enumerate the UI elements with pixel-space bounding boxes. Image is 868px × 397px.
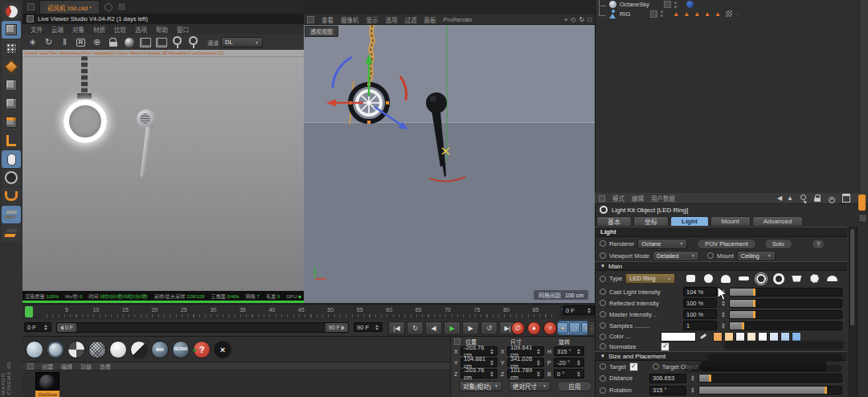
color-chip[interactable]: [724, 332, 734, 342]
softbox-icon[interactable]: [683, 273, 698, 284]
menu-item[interactable]: 显示: [366, 15, 379, 24]
slider-track[interactable]: [729, 299, 842, 308]
param-dot-icon[interactable]: [600, 387, 606, 394]
section-header-light[interactable]: Light: [595, 227, 847, 237]
sky-tag-icon[interactable]: [686, 1, 694, 8]
keyframe-options-button[interactable]: ?: [543, 321, 557, 335]
viewport-menu-icon[interactable]: [307, 16, 314, 23]
round-softbox-icon[interactable]: [701, 273, 715, 284]
pos-z-field[interactable]: -203.76 cm: [461, 369, 497, 379]
stepper[interactable]: [575, 346, 581, 356]
param-dot-icon[interactable]: [600, 363, 606, 370]
visibility-square-icon[interactable]: [650, 10, 657, 18]
slider-value-field[interactable]: 1: [683, 321, 717, 330]
menu-item[interactable]: 比较: [114, 25, 126, 34]
param-dot-icon[interactable]: [600, 300, 606, 306]
attribute-tab[interactable]: Light: [670, 216, 709, 227]
timeline-ruler[interactable]: 51015202530354045505560657075808590: [23, 304, 559, 321]
channel-dropdown[interactable]: DL ▼: [221, 37, 263, 47]
stepper[interactable]: [575, 369, 581, 379]
live-viewer-icon[interactable]: [2, 2, 21, 20]
autokey-button[interactable]: ♦: [527, 321, 541, 335]
range-start-grip[interactable]: 0 F: [57, 323, 76, 332]
section-header-main[interactable]: ▼ Main: [595, 261, 847, 271]
menu-item[interactable]: 查看: [321, 15, 334, 24]
expression-tag-icon[interactable]: ▲: [683, 10, 690, 18]
prev-frame-button[interactable]: ◀: [425, 321, 442, 335]
normalize-checkbox[interactable]: ✓: [661, 342, 669, 351]
pan-view-icon[interactable]: +: [564, 16, 568, 23]
repeat-button[interactable]: ↺: [481, 321, 497, 335]
coords-menu-icon[interactable]: [454, 338, 461, 345]
color-chip[interactable]: [735, 332, 745, 342]
snap-s-icon[interactable]: [2, 169, 21, 186]
stepper[interactable]: [536, 369, 541, 379]
attribute-tab[interactable]: Advanced: [752, 216, 804, 227]
dither-tag-icon[interactable]: [726, 10, 732, 17]
object-name[interactable]: OctaneSky: [620, 1, 649, 8]
disc-light-icon[interactable]: [807, 273, 821, 284]
led-ring-icon[interactable]: [754, 273, 768, 284]
texture-mode-icon[interactable]: [2, 58, 21, 76]
material-split[interactable]: [130, 341, 148, 358]
render-sphere-icon[interactable]: [122, 36, 136, 49]
size-z-field[interactable]: 101.789 cm: [507, 369, 544, 379]
loop-button[interactable]: ↻: [407, 321, 424, 335]
expression-tag-icon[interactable]: ▲: [694, 10, 700, 18]
lock-icon[interactable]: [106, 36, 120, 49]
attribute-scrollbar-thumb[interactable]: [850, 229, 854, 325]
menu-item[interactable]: 文件: [31, 25, 43, 34]
tab-close-icon[interactable]: [104, 3, 113, 11]
octane-material[interactable]: ?: [193, 341, 211, 358]
layers-lock-icon[interactable]: [2, 206, 21, 223]
param-dot-icon[interactable]: [707, 252, 714, 259]
goto-start-button[interactable]: |◀: [388, 321, 405, 335]
menu-item[interactable]: 摄像机: [341, 15, 359, 24]
mount-dropdown[interactable]: Ceiling▼: [737, 251, 776, 261]
new-tab-icon[interactable]: [117, 2, 126, 11]
type-dropdown[interactable]: LED Ring▼: [625, 273, 675, 284]
solo-button[interactable]: Solo: [764, 239, 792, 249]
history-up-icon[interactable]: ▲: [787, 194, 793, 202]
stepper[interactable]: [536, 346, 541, 356]
polygons-mode-icon[interactable]: [2, 95, 21, 113]
history-back-icon[interactable]: ◀: [777, 194, 782, 202]
slider-track[interactable]: [729, 310, 842, 319]
object-manager-scrollbar[interactable]: [859, 0, 868, 193]
settings-star-icon[interactable]: ∗: [26, 36, 39, 49]
workplane-icon[interactable]: [2, 224, 21, 242]
menu-item[interactable]: 云端: [51, 25, 63, 34]
document-tab[interactable]: 初风机 XM.c4d *: [39, 0, 100, 14]
slider-stepper[interactable]: [720, 321, 726, 330]
slider-stepper[interactable]: [720, 309, 726, 319]
param-dot-icon[interactable]: [600, 252, 606, 259]
rotation-field[interactable]: 315 °: [649, 386, 686, 395]
material-white[interactable]: [109, 341, 127, 358]
pin-icon[interactable]: [170, 36, 184, 49]
half-dome-icon[interactable]: [825, 273, 839, 284]
mouse-tool-icon[interactable]: [2, 150, 21, 168]
end-frame-field[interactable]: 90 F: [354, 322, 383, 332]
param-dot-icon[interactable]: [600, 240, 606, 247]
toggle-view-icon[interactable]: □: [588, 16, 592, 23]
layout-tab-orange[interactable]: [858, 194, 866, 211]
layout-tab-gray[interactable]: [858, 214, 867, 223]
panel-icon[interactable]: [841, 194, 851, 203]
slider-value-field[interactable]: 100 %: [683, 309, 717, 319]
stepper[interactable]: [489, 369, 494, 379]
stepper[interactable]: [489, 358, 494, 367]
key-scale-toggle[interactable]: □: [569, 322, 580, 334]
refresh-icon[interactable]: ↻: [42, 36, 55, 49]
expression-tag-icon[interactable]: ▲: [714, 10, 721, 18]
color-chip[interactable]: [758, 332, 768, 342]
renderer-dropdown[interactable]: Octane▼: [637, 239, 687, 249]
color-swatch[interactable]: [661, 332, 696, 342]
rotation-stepper[interactable]: [690, 386, 695, 395]
object-row-octanesky[interactable]: OctaneSky: [596, 0, 868, 9]
bar-light-icon[interactable]: [736, 273, 751, 284]
color-chip[interactable]: [713, 332, 723, 342]
slider-track[interactable]: [729, 321, 842, 330]
menu-item[interactable]: 查看: [100, 362, 111, 370]
material-mix[interactable]: MIX: [151, 341, 169, 358]
picture-frame2-icon[interactable]: [154, 36, 168, 49]
